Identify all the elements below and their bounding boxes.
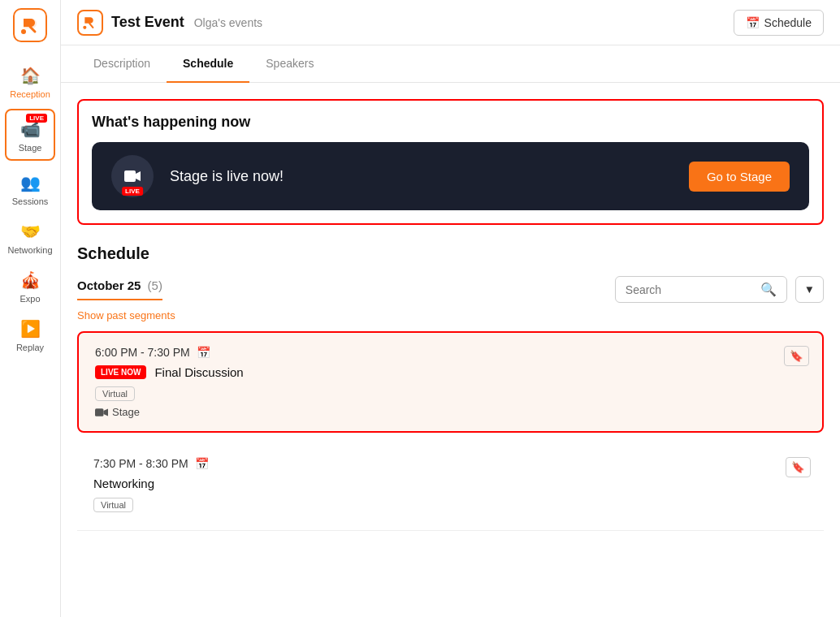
schedule-item-time-1: 7:30 PM - 8:30 PM 📅 [93, 457, 808, 470]
date-search-row: October 25 (5) 🔍 ▼ [77, 276, 824, 303]
sidebar-item-stage[interactable]: LIVE 📹 Stage [5, 109, 55, 161]
schedule-item-name-0: Final Discussion [154, 365, 243, 379]
date-tab[interactable]: October 25 (5) [77, 278, 162, 300]
bookmark-button-1[interactable]: 🔖 [786, 457, 811, 477]
content-tabs: Description Schedule Speakers [61, 45, 840, 83]
event-title: Test Event [111, 14, 184, 31]
sidebar-item-replay[interactable]: ▶️ Replay [0, 310, 60, 359]
booth-icon: 🎪 [18, 268, 42, 292]
tab-description[interactable]: Description [77, 45, 167, 83]
schedule-item-title-row-1: Networking [93, 477, 808, 490]
home-icon: 🏠 [18, 63, 42, 88]
sidebar-item-label-reception: Reception [10, 89, 50, 99]
calendar-icon: 📅 [746, 16, 760, 29]
handshake-icon: 🤝 [18, 219, 42, 244]
sidebar-item-networking[interactable]: 🤝 Networking [0, 213, 60, 261]
tab-speakers[interactable]: Speakers [249, 45, 330, 83]
sidebar-item-expo[interactable]: 🎪 Expo [0, 261, 60, 310]
bookmark-icon-0: 🔖 [790, 350, 803, 362]
search-input[interactable] [626, 283, 756, 296]
header-logo [77, 10, 103, 36]
schedule-count: (5) [148, 278, 162, 292]
svg-rect-6 [95, 408, 103, 416]
schedule-title: Schedule [77, 244, 824, 263]
stage-tag-0: Stage [95, 406, 806, 418]
sidebar-item-reception[interactable]: 🏠 Reception [0, 57, 60, 106]
sidebar-item-label-replay: Replay [16, 343, 44, 352]
svg-point-3 [83, 25, 86, 28]
schedule-item-title-row-0: LIVE NOW Final Discussion [95, 365, 806, 379]
event-subtitle: Olga's events [194, 16, 262, 29]
sidebar-item-label-stage: Stage [19, 143, 42, 153]
sidebar: 🏠 Reception LIVE 📹 Stage 👥 Sessions 🤝 Ne… [0, 0, 61, 617]
svg-rect-5 [124, 170, 136, 182]
search-box[interactable]: 🔍 [615, 276, 787, 303]
schedule-item-1: 🔖 7:30 PM - 8:30 PM 📅 Networking Virtual [77, 444, 824, 531]
schedule-section: Schedule October 25 (5) 🔍 ▼ [77, 244, 824, 531]
svg-point-1 [21, 29, 26, 34]
virtual-badge-0: Virtual [95, 386, 135, 401]
sidebar-item-sessions[interactable]: 👥 Sessions [0, 164, 60, 213]
show-past-segments[interactable]: Show past segments [77, 309, 824, 321]
stage-live-text: Stage is live now! [170, 168, 673, 185]
svg-line-4 [89, 23, 93, 27]
virtual-badge-1: Virtual [93, 498, 133, 512]
live-badge: LIVE [26, 114, 47, 123]
sidebar-item-label-sessions: Sessions [12, 196, 49, 206]
filter-button[interactable]: ▼ [795, 276, 824, 303]
calendar-small-icon-1: 📅 [195, 457, 209, 470]
top-header: Test Event Olga's events 📅 Schedule [61, 0, 840, 45]
whats-happening-title: What's happening now [92, 114, 809, 131]
schedule-item-0: 🔖 6:00 PM - 7:30 PM 📅 LIVE NOW Final Dis… [77, 331, 824, 433]
schedule-item-time-0: 6:00 PM - 7:30 PM 📅 [95, 346, 806, 359]
bookmark-icon-1: 🔖 [791, 461, 805, 473]
calendar-small-icon: 📅 [197, 346, 210, 359]
search-filter-row: 🔍 ▼ [615, 276, 824, 303]
bookmark-button-0[interactable]: 🔖 [784, 346, 809, 366]
content-area: What's happening now LIVE Stage is live … [61, 83, 840, 617]
play-icon: ▶️ [18, 317, 42, 341]
people-icon: 👥 [18, 170, 42, 195]
schedule-item-name-1: Networking [93, 477, 154, 490]
tab-schedule[interactable]: Schedule [167, 45, 249, 83]
sidebar-item-label-networking: Networking [7, 245, 52, 255]
schedule-button[interactable]: 📅 Schedule [734, 10, 824, 36]
whats-happening-section: What's happening now LIVE Stage is live … [77, 99, 824, 225]
go-to-stage-button[interactable]: Go to Stage [689, 162, 790, 192]
livenow-badge-0: LIVE NOW [95, 365, 146, 379]
main-content: Test Event Olga's events 📅 Schedule Desc… [61, 0, 840, 617]
filter-icon: ▼ [804, 283, 815, 296]
date-label: October 25 [77, 278, 141, 292]
schedule-button-label: Schedule [764, 16, 812, 29]
stage-icon-circle: LIVE [111, 155, 154, 197]
app-logo[interactable] [13, 8, 47, 42]
sidebar-item-label-expo: Expo [19, 294, 40, 304]
live-stage-banner: LIVE Stage is live now! Go to Stage [92, 142, 809, 210]
search-icon: 🔍 [760, 282, 777, 297]
live-dot: LIVE [122, 187, 143, 196]
stage-tag-label-0: Stage [112, 406, 140, 418]
